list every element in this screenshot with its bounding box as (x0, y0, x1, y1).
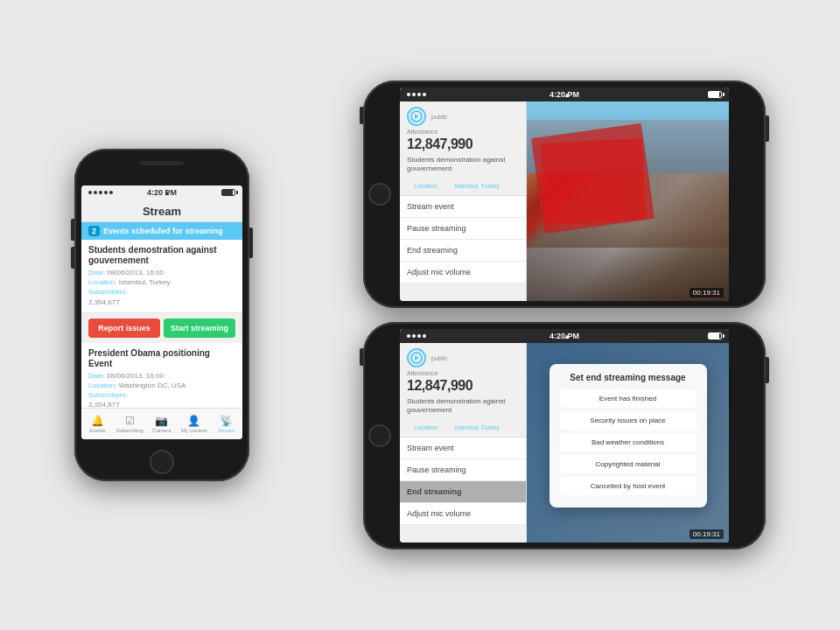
battery-icon-2 (708, 91, 722, 98)
right-column: ▲ 4:20 PM (363, 80, 766, 550)
dialog-option-1[interactable]: Event has finished (560, 389, 696, 408)
dialog-option-2[interactable]: Security issues on place (560, 411, 696, 430)
tab-sub-label: Subscribing (116, 428, 144, 433)
menu-end-2[interactable]: End streaming (400, 240, 526, 262)
tab-my-icon: 👤 (187, 415, 200, 427)
lp3-location-label: Location: (407, 424, 447, 436)
stream-logo-icon-3 (410, 352, 423, 364)
event2-subs-label: Subscribers: (88, 391, 127, 399)
power-btn-2[interactable] (766, 116, 769, 142)
event2-date-label: Date: (88, 372, 105, 380)
left-panel-3: public Attendance 12,847,990 Students de… (400, 329, 527, 542)
tab-cam-label: Camera (152, 428, 171, 433)
event1-meta: Date: 08/06/2013, 16:00 Location: Istamb… (88, 268, 235, 307)
signal-dots-2 (407, 93, 426, 96)
app-title: Stream (143, 205, 181, 218)
event1-location-label: Location: (88, 278, 116, 286)
event1-location: Istambul, Turkey (119, 278, 171, 286)
battery-fill-2 (709, 92, 719, 97)
status-bar-2: ▲ 4:20 PM (400, 88, 729, 102)
left-panel-2: public Attendance 12,847,990 Students de… (400, 88, 527, 301)
home-button-2[interactable] (368, 183, 391, 206)
tab-events[interactable]: 🔔 Events (81, 409, 114, 439)
menu-mic-3[interactable]: Adjust mic volume (400, 503, 526, 525)
tab-subscribing[interactable]: ☑ Subscribing (114, 409, 146, 439)
sig-dot (407, 93, 410, 96)
lp2-event-title: Students demonstration against gouvernem… (400, 156, 526, 176)
action-row: Report issues Start streaming (88, 318, 235, 338)
event1-date: 08/06/2013, 16:00 (107, 269, 164, 276)
lp2-location-label: Location: (407, 183, 447, 194)
volume-btn-3[interactable] (360, 348, 363, 366)
home-button[interactable] (150, 450, 174, 474)
home-button-3[interactable] (368, 424, 391, 447)
battery-fill-3 (709, 333, 719, 339)
event-card-2[interactable]: President Obama positioning Event Date: … (81, 343, 242, 416)
sig-dot (412, 93, 416, 96)
video-panel-2: STREAMING 00:19:31 (527, 88, 729, 301)
lp2-location-row: Location: Istambul, Turkey (400, 176, 526, 195)
lp3-logo-row: public (400, 343, 526, 370)
signal-dots (88, 191, 113, 194)
tab-mycontent[interactable]: 👤 My content (178, 409, 210, 439)
menu-end-3[interactable]: End streaming (400, 481, 526, 503)
video-timer-2: 00:19:31 (690, 288, 724, 298)
power-btn[interactable] (249, 228, 253, 258)
status-bar-1: ▲ 4:20 PM (81, 186, 242, 200)
menu-stream-event-2[interactable]: Stream event (400, 196, 526, 218)
battery-area-2 (708, 91, 722, 98)
status-time: 4:20 PM (147, 188, 177, 197)
volume-btn-2[interactable] (360, 107, 363, 124)
dialog-option-3[interactable]: Bad weather conditions (560, 433, 696, 452)
tab-bar: 🔔 Events ☑ Subscribing 📷 Camera 👤 My con… (81, 408, 242, 439)
signal-dot (104, 191, 108, 194)
volume-up-btn[interactable] (71, 219, 74, 241)
menu-mic-2[interactable]: Adjust mic volume (400, 262, 526, 284)
phone-landscape-2: ▲ 4:20 PM (363, 322, 766, 550)
battery-area (221, 189, 235, 196)
sig-dot (423, 93, 426, 96)
video-timer-3: 00:19:31 (690, 529, 724, 539)
event2-date: 08/06/2013, 16:00 (107, 372, 164, 380)
signal-dot (88, 191, 92, 194)
landscape-content-3: ▲ 4:20 PM (400, 329, 729, 542)
event2-location-label: Location: (88, 382, 116, 389)
tab-stream[interactable]: 📡 Stream (210, 409, 242, 439)
landscape-content-2: ▲ 4:20 PM (400, 88, 729, 301)
volume-down-btn[interactable] (71, 247, 74, 269)
sig-dot-3 (412, 334, 416, 338)
sig-dot-3 (407, 334, 410, 338)
menu-pause-3[interactable]: Pause streaming (400, 459, 526, 481)
start-streaming-button[interactable]: Start streaming (164, 318, 235, 338)
event2-location: Washington DC, USA (119, 382, 186, 389)
lp2-count: 12,847,990 (400, 136, 526, 156)
events-badge: 2 (88, 226, 100, 236)
status-bar-3: ▲ 4:20 PM (400, 329, 729, 343)
lp3-logo (407, 348, 426, 368)
event-card-1[interactable]: Students demostration against gouverneme… (81, 240, 242, 313)
event1-title: Students demostration against gouverneme… (88, 245, 235, 266)
lp3-location: Istambul, Turkey (447, 424, 506, 436)
lp2-attendance-label: Attendance (400, 129, 526, 136)
status-time-2: 4:20 PM (550, 90, 579, 99)
tab-stream-label: Stream (218, 428, 234, 433)
lp2-logo-row: public (400, 102, 526, 129)
battery-icon (221, 189, 235, 196)
battery-fill (222, 190, 233, 195)
menu-pause-2[interactable]: Pause streaming (400, 218, 526, 240)
menu-stream-event-3[interactable]: Stream event (400, 438, 526, 459)
power-btn-3[interactable] (766, 357, 769, 383)
dialog-option-4[interactable]: Copyrighted material (560, 455, 696, 473)
video-panel-3: Set end streaming message Event has fini… (527, 329, 729, 542)
tab-events-label: Events (89, 428, 105, 433)
dialog-option-5[interactable]: Cancelled by host event (560, 477, 696, 495)
tab-camera[interactable]: 📷 Camera (146, 409, 178, 439)
tab-stream-icon: 📡 (220, 415, 233, 427)
phone-landscape-1: ▲ 4:20 PM (363, 80, 766, 308)
tab-events-icon: 🔔 (91, 415, 104, 427)
video-feed-2 (527, 88, 729, 301)
signal-dot (109, 191, 113, 194)
lp3-event-title: Students demonstration against gouvernem… (400, 397, 526, 417)
report-button[interactable]: Report issues (88, 318, 160, 338)
app-header: Stream (81, 200, 242, 222)
